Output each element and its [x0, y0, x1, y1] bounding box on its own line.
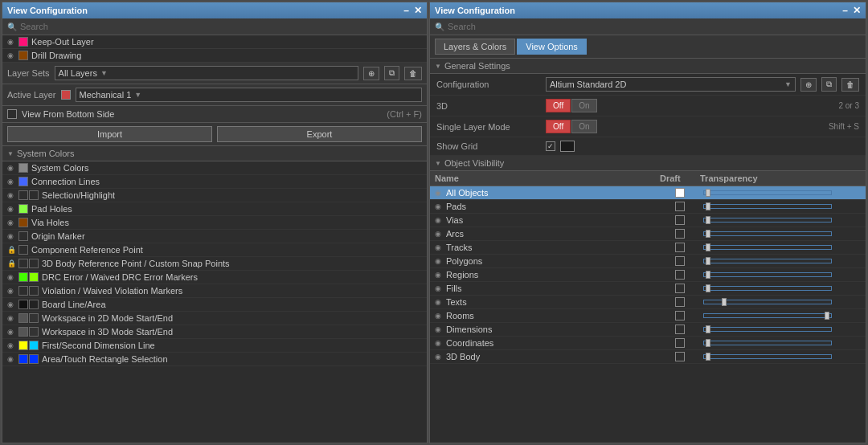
- single-layer-off-button[interactable]: Off: [546, 120, 571, 133]
- eye-icon[interactable]: ◉: [435, 312, 446, 320]
- eye-icon[interactable]: 🔒: [7, 259, 15, 267]
- export-button[interactable]: Export: [217, 126, 422, 142]
- transparency-slider[interactable]: [703, 245, 832, 250]
- eye-icon[interactable]: ◉: [7, 328, 15, 336]
- right-search-input[interactable]: [448, 22, 861, 31]
- list-item[interactable]: ◉ Origin Marker: [2, 230, 427, 243]
- pin-icon[interactable]: –: [842, 5, 848, 16]
- obj-all-objects-row[interactable]: ◉ All Objects: [430, 186, 866, 200]
- copy-layer-set-button[interactable]: ⧉: [384, 66, 399, 80]
- transparency-slider[interactable]: [703, 204, 832, 209]
- transparency-slider[interactable]: [703, 272, 832, 277]
- 3d-on-button[interactable]: On: [571, 99, 596, 112]
- eye-icon[interactable]: ◉: [435, 271, 446, 279]
- slider-thumb[interactable]: [722, 298, 727, 306]
- list-item[interactable]: ◉ System Colors: [2, 161, 427, 175]
- grid-color-swatch[interactable]: [560, 141, 575, 152]
- transparency-slider[interactable]: [703, 190, 832, 195]
- eye-icon[interactable]: ◉: [435, 353, 446, 361]
- eye-icon[interactable]: ◉: [435, 243, 446, 251]
- active-layer-dropdown[interactable]: Mechanical 1 ▼: [76, 88, 422, 102]
- eye-icon[interactable]: ◉: [435, 325, 446, 333]
- list-item[interactable]: ◉ Selection/Highlight: [2, 189, 427, 202]
- show-grid-checkbox[interactable]: ✓: [546, 141, 555, 151]
- add-config-button[interactable]: ⊕: [800, 78, 817, 92]
- obj-vias-row[interactable]: ◉ Vias: [430, 214, 866, 227]
- list-item[interactable]: ◉ Pad Holes: [2, 202, 427, 216]
- obj-regions-row[interactable]: ◉ Regions: [430, 268, 866, 282]
- slider-thumb[interactable]: [706, 189, 710, 197]
- slider-thumb[interactable]: [706, 339, 710, 347]
- transparency-slider[interactable]: [703, 231, 832, 236]
- slider-thumb[interactable]: [706, 216, 710, 224]
- add-layer-set-button[interactable]: ⊕: [363, 67, 379, 80]
- eye-icon[interactable]: ◉: [7, 314, 15, 322]
- obj-polygons-row[interactable]: ◉ Polygons: [430, 255, 866, 268]
- eye-icon[interactable]: ◉: [7, 51, 15, 59]
- left-search-input[interactable]: [20, 22, 422, 31]
- eye-icon[interactable]: ◉: [7, 287, 15, 295]
- delete-config-button[interactable]: 🗑: [841, 78, 859, 92]
- eye-icon[interactable]: ◉: [7, 191, 15, 199]
- eye-icon[interactable]: ◉: [435, 284, 446, 292]
- draft-checkbox[interactable]: [675, 338, 685, 348]
- draft-checkbox[interactable]: [675, 188, 685, 198]
- obj-arcs-row[interactable]: ◉ Arcs: [430, 227, 866, 241]
- obj-tracks-row[interactable]: ◉ Tracks: [430, 241, 866, 255]
- copy-config-button[interactable]: ⧉: [821, 77, 837, 92]
- close-icon[interactable]: ✕: [853, 5, 861, 16]
- draft-checkbox[interactable]: [675, 325, 685, 334]
- obj-rooms-row[interactable]: ◉ Rooms: [430, 309, 866, 323]
- tab-layers-colors[interactable]: Layers & Colors: [435, 39, 515, 55]
- eye-icon[interactable]: ◉: [7, 273, 15, 281]
- eye-icon[interactable]: ◉: [435, 189, 446, 197]
- eye-icon[interactable]: ◉: [7, 164, 15, 172]
- obj-dimensions-row[interactable]: ◉ Dimensions: [430, 323, 866, 337]
- draft-checkbox[interactable]: [675, 243, 685, 252]
- draft-checkbox[interactable]: [675, 229, 685, 239]
- draft-checkbox[interactable]: [675, 311, 685, 320]
- list-item[interactable]: ◉ Area/Touch Rectangle Selection: [2, 353, 427, 366]
- draft-checkbox[interactable]: [675, 215, 685, 225]
- slider-thumb[interactable]: [706, 243, 710, 251]
- eye-icon[interactable]: ◉: [435, 339, 446, 347]
- collapse-icon[interactable]: ▼: [7, 150, 14, 157]
- obj-coordinates-row[interactable]: ◉ Coordinates: [430, 337, 866, 350]
- eye-icon[interactable]: ◉: [7, 232, 15, 240]
- eye-icon[interactable]: ◉: [435, 202, 446, 210]
- eye-icon[interactable]: ◉: [7, 355, 15, 363]
- draft-checkbox[interactable]: [675, 352, 685, 361]
- draft-checkbox[interactable]: [675, 256, 685, 266]
- slider-thumb[interactable]: [706, 325, 710, 333]
- list-item[interactable]: ◉ Keep-Out Layer: [2, 35, 427, 49]
- slider-thumb[interactable]: [706, 353, 710, 361]
- view-from-bottom-checkbox[interactable]: [7, 109, 17, 119]
- transparency-slider[interactable]: [703, 300, 832, 304]
- list-item[interactable]: ◉ Via Holes: [2, 216, 427, 230]
- configuration-dropdown[interactable]: Altium Standard 2D ▼: [546, 77, 796, 92]
- slider-thumb[interactable]: [706, 271, 710, 279]
- obj-pads-row[interactable]: ◉ Pads: [430, 200, 866, 214]
- draft-checkbox[interactable]: [675, 297, 685, 307]
- list-item[interactable]: ◉ First/Second Dimension Line: [2, 339, 427, 353]
- transparency-slider[interactable]: [703, 218, 832, 222]
- list-item[interactable]: 🔒 3D Body Reference Point / Custom Snap …: [2, 257, 427, 271]
- slider-thumb[interactable]: [706, 202, 710, 210]
- list-item[interactable]: ◉ Workspace in 3D Mode Start/End: [2, 325, 427, 339]
- eye-icon[interactable]: ◉: [435, 298, 446, 306]
- eye-icon[interactable]: ◉: [7, 218, 15, 227]
- list-item[interactable]: ◉ Board Line/Area: [2, 298, 427, 312]
- obj-3dbody-row[interactable]: ◉ 3D Body: [430, 350, 866, 364]
- eye-icon[interactable]: ◉: [435, 257, 446, 265]
- close-icon[interactable]: ✕: [414, 5, 422, 16]
- eye-icon[interactable]: ◉: [435, 230, 446, 238]
- transparency-slider[interactable]: [703, 313, 832, 318]
- draft-checkbox[interactable]: [675, 284, 685, 293]
- eye-icon[interactable]: ◉: [7, 205, 15, 213]
- collapse-icon[interactable]: ▼: [435, 160, 441, 167]
- eye-icon[interactable]: ◉: [7, 341, 15, 349]
- eye-icon[interactable]: ◉: [7, 38, 15, 46]
- obj-fills-row[interactable]: ◉ Fills: [430, 282, 866, 296]
- tab-view-options[interactable]: View Options: [517, 39, 587, 55]
- pin-icon[interactable]: –: [403, 5, 409, 16]
